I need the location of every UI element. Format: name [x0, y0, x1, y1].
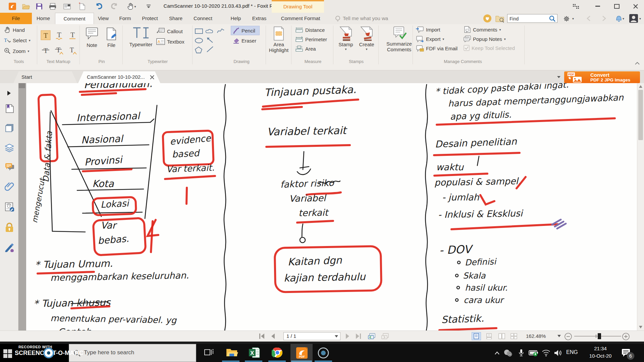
menu-connect[interactable]: Connect [192, 13, 214, 24]
collapse-ribbon-button[interactable] [635, 62, 640, 65]
keep-tool-selected-checkbox[interactable]: Keep Tool Selected [464, 45, 515, 51]
line-shape-button[interactable] [206, 46, 214, 53]
menu-help[interactable]: Help [229, 13, 243, 24]
pages-panel-icon[interactable] [5, 123, 14, 133]
tray-battery-icon[interactable] [529, 349, 538, 357]
menu-protect[interactable]: Protect [140, 13, 160, 24]
pdf-page-canvas[interactable]: Pendahuluan: Data & fakta mengerucut Int… [18, 83, 637, 330]
scroll-up-icon[interactable] [639, 85, 642, 88]
highlight-text-button[interactable]: T [40, 29, 52, 41]
account-avatar[interactable] [629, 14, 638, 23]
distance-button[interactable]: Distance [295, 27, 325, 33]
rectangle-shape-button[interactable] [195, 28, 203, 34]
polyline-shape-button[interactable] [217, 27, 225, 34]
tab-list-dropdown-icon[interactable] [557, 76, 561, 78]
first-page-button[interactable] [258, 332, 266, 340]
hand-tool-button[interactable]: Hand [4, 26, 25, 34]
security-panel-icon[interactable] [5, 223, 14, 232]
undo-button[interactable] [94, 2, 104, 11]
tray-clock-date[interactable]: 10-Oct-20 [584, 353, 617, 359]
search-folder-icon[interactable] [495, 15, 504, 23]
insert-text-button[interactable]: T [66, 44, 78, 56]
menu-form[interactable]: Form [117, 13, 133, 24]
vertical-scrollbar[interactable] [637, 83, 644, 330]
print-button[interactable] [48, 2, 58, 11]
single-page-view-button[interactable] [472, 332, 481, 340]
callout-button[interactable]: Callout [156, 27, 183, 35]
page-dropdown-icon[interactable] [335, 335, 338, 338]
expand-panel-icon[interactable] [7, 90, 16, 100]
continuous-facing-view-button[interactable] [509, 332, 519, 340]
next-view-button[interactable] [381, 332, 389, 340]
tray-expand-icon[interactable] [492, 349, 502, 357]
attachments-panel-icon[interactable] [5, 182, 14, 191]
menu-home[interactable]: Home [35, 13, 52, 24]
save-button[interactable] [34, 2, 44, 11]
notifications-dropdown[interactable]: ▾ [623, 17, 624, 20]
zoom-in-button[interactable] [622, 333, 630, 341]
stamp-dropdown[interactable]: ▾ [345, 47, 346, 51]
restore-button[interactable] [611, 2, 623, 11]
menu-extras[interactable]: Extras [250, 13, 268, 24]
context-tab-drawing-tool[interactable]: Drawing Tool [272, 0, 324, 13]
comments-panel-icon[interactable] [5, 162, 14, 172]
select-tool-button[interactable]: T Select▾ [4, 37, 31, 44]
eraser-tool-button[interactable]: Eraser [233, 38, 256, 44]
email-button[interactable] [62, 2, 72, 11]
nav-forward-icon[interactable] [602, 15, 606, 21]
notifications-bell-icon[interactable] [615, 15, 623, 22]
note-button[interactable]: Note [83, 27, 101, 48]
replace-text-button[interactable]: T [53, 44, 65, 56]
facing-view-button[interactable] [497, 332, 506, 340]
menu-view[interactable]: View [96, 13, 111, 24]
signature-panel-icon[interactable] [5, 243, 14, 252]
tab-start[interactable]: Start [13, 71, 77, 83]
typewriter-button[interactable]: Typewriter [126, 26, 156, 47]
previous-view-button[interactable] [368, 332, 376, 340]
digital-rights-panel-icon[interactable] [5, 202, 14, 212]
export-comments-button[interactable]: Export▾ [416, 36, 444, 42]
settings-gear-icon[interactable] [563, 15, 570, 22]
tell-me-search[interactable]: Tell me what you wa [343, 15, 388, 21]
menu-share[interactable]: Share [167, 13, 184, 24]
previous-page-button[interactable] [270, 332, 276, 340]
textbox-button[interactable]: A Textbox [156, 38, 184, 45]
chrome-taskbar-icon[interactable] [272, 347, 284, 359]
foxit-reader-taskbar-icon[interactable]: PDF [296, 347, 308, 359]
tray-volume-icon[interactable] [553, 349, 563, 357]
comments-panel-button[interactable]: Comments▾ [464, 26, 501, 33]
favorite-heart-icon[interactable] [483, 14, 492, 23]
import-comments-button[interactable]: Import [416, 26, 440, 33]
scroll-down-icon[interactable] [639, 326, 642, 328]
find-magnifier-icon[interactable] [549, 15, 556, 22]
strikethrough-text-button[interactable]: T [40, 44, 52, 56]
layers-panel-icon[interactable] [5, 143, 14, 152]
zoom-slider-thumb[interactable] [598, 333, 601, 339]
summarize-comments-button[interactable]: Summarize Comments [381, 26, 417, 52]
menu-comment-format[interactable]: Comment Format [276, 13, 325, 24]
continuous-view-button[interactable] [484, 332, 494, 340]
create-stamp-button[interactable]: Create ▾ [357, 26, 376, 51]
squiggly-underline-button[interactable]: T [53, 29, 65, 41]
area-highlight-button[interactable]: Area Highlight [267, 26, 290, 53]
fdf-via-email-button[interactable]: FDF via Email [416, 45, 458, 52]
excel-taskbar-icon[interactable]: X [248, 347, 260, 359]
area-measure-button[interactable]: Area [295, 46, 316, 52]
tray-microphone-icon[interactable] [517, 349, 526, 357]
account-dropdown[interactable]: ▾ [639, 17, 641, 20]
arrow-shape-button[interactable] [206, 37, 214, 44]
page-number-box[interactable]: 1 / 1 [283, 332, 340, 340]
taskbar-search-box[interactable]: Type here to search [69, 344, 196, 362]
scrollbar-thumb[interactable] [638, 90, 643, 140]
close-button[interactable] [630, 2, 641, 11]
window-grid-icon[interactable] [570, 2, 582, 11]
task-view-button[interactable] [203, 347, 215, 359]
file-explorer-taskbar-icon[interactable] [225, 347, 237, 359]
minimize-button[interactable] [592, 2, 603, 11]
perimeter-button[interactable]: Perimeter [295, 36, 327, 42]
screencast-recorder-taskbar-icon[interactable] [317, 347, 329, 359]
snapshot-button[interactable]: * [77, 2, 87, 11]
pencil-tool-button-selected[interactable]: Pencil [231, 26, 260, 35]
open-file-button[interactable] [21, 2, 31, 11]
convert-pdf-to-jpg-button[interactable]: PDF Convert PDF 2 JPG Images [564, 71, 640, 83]
